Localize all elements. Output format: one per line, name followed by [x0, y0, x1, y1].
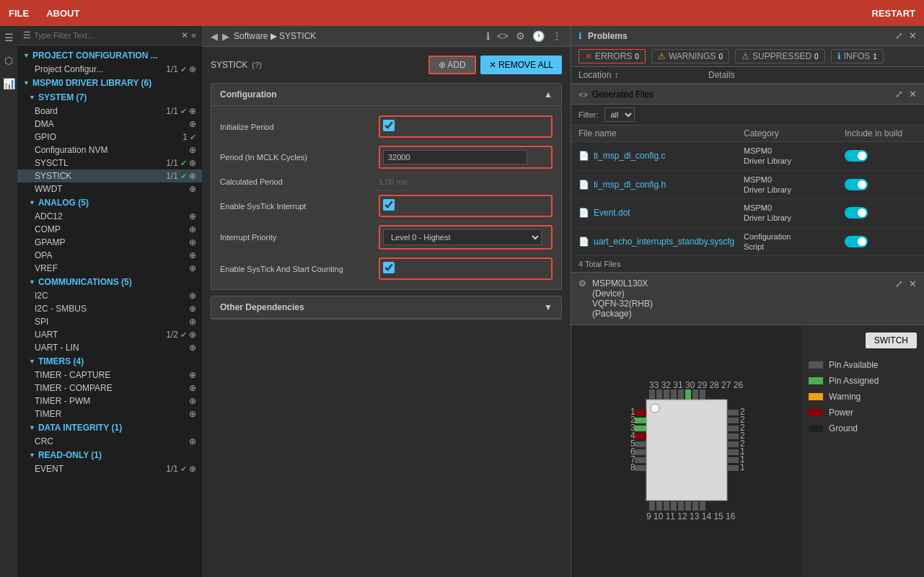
sidebar-icon-chip[interactable]: ⬡ [4, 55, 13, 66]
enable-interrupt-checkbox[interactable] [383, 199, 395, 211]
tree-item-i2c-smbus[interactable]: I2C - SMBUS ⊕ [17, 302, 202, 315]
tab-infos[interactable]: ℹ INFOS 1 [831, 49, 884, 63]
tree-item-uart-lin[interactable]: UART - LIN ⊕ [17, 341, 202, 354]
systick-help-icon[interactable]: (?) [252, 61, 261, 69]
toggle-0[interactable] [845, 150, 868, 162]
nav-back-button[interactable]: ◀ [211, 31, 218, 42]
add-icon[interactable]: ⊕ [189, 64, 196, 74]
file-link-2[interactable]: Event.dot [594, 208, 630, 218]
tree-subsection-communications[interactable]: ▼ COMMUNICATIONS (5) [17, 275, 202, 289]
tree-item-timer-pwm[interactable]: TIMER - PWM ⊕ [17, 395, 202, 408]
history-icon[interactable]: 🕐 [532, 30, 545, 42]
add-icon[interactable]: ⊕ [189, 145, 196, 155]
tree-item-vref[interactable]: VREF ⊕ [17, 262, 202, 275]
tree-section-mspm0[interactable]: ▼ MSPM0 DRIVER LIBRARY (6) [17, 76, 202, 90]
device-close-icon[interactable]: ✕ [909, 278, 917, 289]
toggle-2[interactable] [845, 207, 868, 219]
tree-filter-input[interactable] [34, 31, 178, 40]
tree-item-wwdt[interactable]: WWDT ⊕ [17, 182, 202, 195]
add-icon[interactable]: ⊕ [189, 464, 196, 474]
more-icon[interactable]: ⋮ [552, 30, 562, 42]
switch-button[interactable]: SWITCH [866, 332, 917, 348]
tree-item-i2c[interactable]: I2C ⊕ [17, 289, 202, 302]
toggle-1[interactable] [845, 179, 868, 190]
tree-item-uart[interactable]: UART 1/2 ✔ ⊕ [17, 328, 202, 341]
tree-item-config-nvm[interactable]: Configuration NVM ⊕ [17, 144, 202, 157]
sidebar-icon-graph[interactable]: 📊 [3, 78, 15, 89]
tree-subsection-data-integrity[interactable]: ▼ DATA INTEGRITY (1) [17, 420, 202, 435]
add-icon[interactable]: ⊕ [189, 370, 196, 380]
add-icon[interactable]: ⊕ [189, 330, 196, 340]
add-icon[interactable]: ⊕ [189, 211, 196, 221]
add-icon[interactable]: ⊕ [189, 237, 196, 247]
tree-item-dma[interactable]: DMA ⊕ [17, 118, 202, 131]
tab-errors[interactable]: ✕ ERRORS 0 [578, 49, 646, 63]
tree-subsection-read-only[interactable]: ▼ READ-ONLY (1) [17, 448, 202, 462]
sidebar-icon-filter[interactable]: ☰ [4, 32, 14, 43]
tab-warnings[interactable]: ⚠ WARNINGS 0 [651, 49, 729, 63]
tree-subsection-system[interactable]: ▼ SYSTEM (7) [17, 90, 202, 105]
tree-item-gpio[interactable]: GPIO 1 ✔ [17, 131, 202, 144]
menu-about[interactable]: ABOUT [46, 8, 79, 19]
tree-item-comp[interactable]: COMP ⊕ [17, 223, 202, 236]
add-icon[interactable]: ⊕ [189, 317, 196, 327]
tree-item-crc[interactable]: CRC ⊕ [17, 435, 202, 448]
period-input[interactable] [383, 150, 527, 164]
tree-item-spi[interactable]: SPI ⊕ [17, 315, 202, 328]
add-icon[interactable]: ⊕ [189, 184, 196, 194]
add-icon[interactable]: ⊕ [189, 171, 196, 181]
tree-item-adc12[interactable]: ADC12 ⊕ [17, 210, 202, 223]
tree-item-board[interactable]: Board 1/1 ✔ ⊕ [17, 105, 202, 118]
add-icon[interactable]: ⊕ [189, 263, 196, 273]
problems-close-icon[interactable]: ✕ [909, 30, 917, 41]
tree-item-timer[interactable]: TIMER ⊕ [17, 408, 202, 420]
add-icon[interactable]: ⊕ [189, 119, 196, 129]
other-deps-header[interactable]: Other Dependencies ▼ [211, 296, 561, 319]
config-section-header[interactable]: Configuration ▲ [211, 84, 561, 106]
filter-select[interactable]: all [604, 107, 635, 122]
tree-collapse-icon[interactable]: « [191, 30, 196, 40]
tab-suppressed[interactable]: ⚠ SUPPRESSED 0 [735, 49, 825, 63]
tree-item-event[interactable]: EVENT 1/1 ✔ ⊕ [17, 462, 202, 475]
add-icon[interactable]: ⊕ [189, 158, 196, 168]
device-expand-icon[interactable]: ⤢ [895, 278, 903, 289]
tree-item-timer-compare[interactable]: TIMER - COMPARE ⊕ [17, 382, 202, 395]
tree-subsection-timers[interactable]: ▼ TIMERS (4) [17, 354, 202, 369]
tree-item-opa[interactable]: OPA ⊕ [17, 249, 202, 262]
enable-counting-checkbox[interactable] [383, 262, 395, 273]
tree-section-project-config[interactable]: ▼ PROJECT CONFIGURATION ... [17, 48, 202, 63]
initialize-period-checkbox[interactable] [383, 120, 395, 131]
remove-all-button[interactable]: ✕ REMOVE ALL [480, 56, 562, 74]
nav-forward-button[interactable]: ▶ [222, 31, 229, 42]
info-icon[interactable]: ℹ [486, 30, 490, 42]
add-icon[interactable]: ⊕ [189, 304, 196, 314]
toggle-3[interactable] [845, 236, 868, 247]
add-icon[interactable]: ⊕ [189, 291, 196, 301]
problems-expand-icon[interactable]: ⤢ [895, 30, 903, 41]
add-icon[interactable]: ⊕ [189, 383, 196, 393]
gen-files-expand-icon[interactable]: ⤢ [895, 89, 903, 100]
add-icon[interactable]: ⊕ [189, 343, 196, 353]
file-link-0[interactable]: ti_msp_dl_config.c [594, 151, 665, 161]
add-icon[interactable]: ⊕ [189, 250, 196, 260]
tree-item-sysctl[interactable]: SYSCTL 1/1 ✔ ⊕ [17, 157, 202, 169]
interrupt-priority-select[interactable]: Level 0 - Highest Level 1 Level 2 Level … [383, 229, 542, 245]
menu-restart[interactable]: RESTART [872, 8, 915, 19]
tree-subsection-analog[interactable]: ▼ ANALOG (5) [17, 195, 202, 210]
add-icon[interactable]: ⊕ [189, 436, 196, 446]
add-button[interactable]: ⊕ ADD [428, 56, 476, 74]
settings-icon[interactable]: ⚙ [516, 30, 525, 42]
tree-item-gpamp[interactable]: GPAMP ⊕ [17, 236, 202, 249]
file-link-1[interactable]: ti_msp_dl_config.h [594, 180, 666, 190]
add-icon[interactable]: ⊕ [189, 224, 196, 234]
tree-item-project-configur[interactable]: Project Configur... 1/1 ✔ ⊕ [17, 63, 202, 76]
file-link-3[interactable]: uart_echo_interrupts_standby.syscfg [594, 237, 734, 247]
add-icon[interactable]: ⊕ [189, 396, 196, 406]
add-icon[interactable]: ⊕ [189, 106, 196, 116]
add-icon[interactable]: ⊕ [189, 409, 196, 419]
tree-item-timer-capture[interactable]: TIMER - CAPTURE ⊕ [17, 369, 202, 382]
menu-file[interactable]: FILE [9, 8, 29, 19]
code-icon[interactable]: <> [497, 30, 509, 42]
tree-item-systick[interactable]: SYSTICK 1/1 ✔ ⊕ [17, 169, 202, 182]
gen-files-close-icon[interactable]: ✕ [909, 89, 917, 100]
